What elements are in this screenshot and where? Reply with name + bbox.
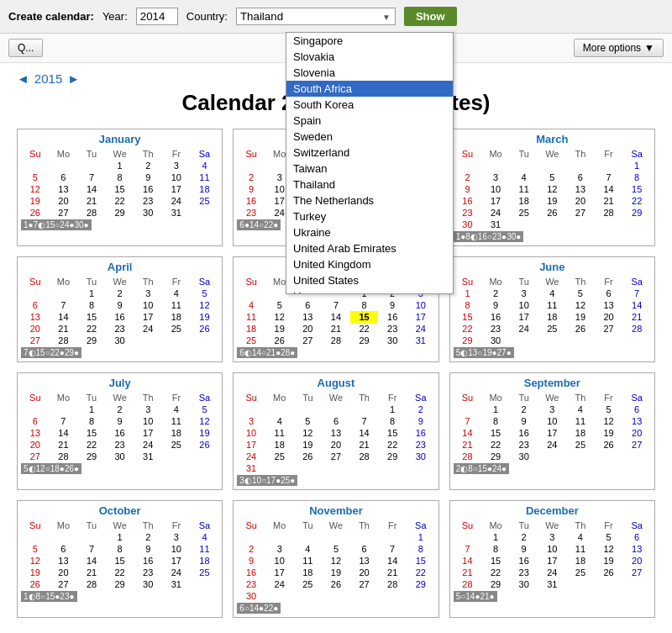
calendar-day[interactable]: 11: [191, 543, 219, 555]
calendar-day[interactable]: 24: [407, 323, 435, 335]
calendar-day[interactable]: 29: [481, 578, 510, 590]
calendar-day[interactable]: 6: [21, 299, 50, 311]
calendar-day[interactable]: 18: [265, 439, 294, 451]
calendar-day[interactable]: 23: [134, 195, 162, 207]
calendar-day[interactable]: 3: [162, 160, 191, 171]
calendar-day[interactable]: 28: [322, 335, 350, 346]
calendar-day[interactable]: 10: [407, 299, 435, 311]
calendar-day[interactable]: 17: [237, 439, 265, 451]
calendar-day[interactable]: 15: [350, 311, 379, 323]
year-input[interactable]: [136, 8, 178, 25]
calendar-day[interactable]: 6: [294, 299, 323, 311]
calendar-day[interactable]: 27: [50, 578, 78, 590]
calendar-day[interactable]: 24: [481, 207, 510, 219]
calendar-day[interactable]: 23: [481, 323, 510, 335]
calendar-day[interactable]: 12: [595, 415, 623, 427]
dropdown-item[interactable]: Sweden: [286, 129, 453, 145]
dropdown-item[interactable]: Slovenia: [286, 65, 453, 81]
calendar-day[interactable]: 30: [481, 335, 510, 346]
calendar-day[interactable]: 27: [21, 451, 50, 462]
calendar-day[interactable]: 9: [134, 543, 162, 555]
calendar-day[interactable]: 30: [106, 335, 134, 346]
calendar-day[interactable]: 16: [510, 555, 538, 567]
calendar-day[interactable]: 10: [134, 415, 162, 427]
calendar-day[interactable]: 25: [566, 439, 595, 451]
calendar-day[interactable]: 9: [510, 543, 538, 555]
calendar-day[interactable]: 4: [538, 287, 566, 299]
calendar-day[interactable]: 14: [595, 183, 623, 195]
calendar-day[interactable]: 1: [481, 404, 510, 415]
calendar-day[interactable]: 25: [162, 439, 191, 451]
calendar-day[interactable]: 25: [162, 323, 191, 335]
calendar-day[interactable]: 16: [237, 195, 265, 207]
calendar-day[interactable]: 29: [622, 207, 651, 219]
calendar-day[interactable]: 10: [162, 171, 191, 183]
calendar-day[interactable]: 12: [21, 183, 50, 195]
calendar-day[interactable]: 19: [21, 567, 50, 578]
current-year-link[interactable]: 2015: [34, 71, 62, 86]
calendar-day[interactable]: 16: [510, 427, 538, 439]
calendar-day[interactable]: 28: [350, 451, 379, 462]
calendar-day[interactable]: 30: [134, 207, 162, 219]
calendar-day[interactable]: 8: [481, 415, 510, 427]
calendar-day[interactable]: 8: [454, 299, 482, 311]
dropdown-item[interactable]: Taiwan: [286, 161, 453, 177]
calendar-day[interactable]: 14: [322, 311, 350, 323]
calendar-day[interactable]: 26: [191, 439, 219, 451]
calendar-day[interactable]: 20: [50, 567, 78, 578]
calendar-day[interactable]: 3: [134, 404, 162, 415]
calendar-day[interactable]: 20: [566, 195, 595, 207]
calendar-day[interactable]: 19: [21, 195, 50, 207]
calendar-day[interactable]: 3: [162, 531, 191, 543]
calendar-day[interactable]: 30: [106, 451, 134, 462]
calendar-day[interactable]: 8: [481, 543, 510, 555]
calendar-day[interactable]: 3: [265, 543, 294, 555]
calendar-day[interactable]: 6: [50, 171, 78, 183]
show-button[interactable]: Show: [404, 7, 457, 26]
dropdown-item[interactable]: Turkey: [286, 208, 453, 224]
calendar-day[interactable]: 21: [454, 567, 482, 578]
calendar-day[interactable]: 15: [454, 311, 482, 323]
calendar-day[interactable]: 30: [134, 578, 162, 590]
calendar-day[interactable]: 21: [378, 567, 407, 578]
calendar-day[interactable]: 7: [77, 171, 106, 183]
calendar-day[interactable]: 18: [191, 555, 219, 567]
calendar-day[interactable]: 24: [237, 451, 265, 462]
calendar-day[interactable]: 22: [481, 439, 510, 451]
calendar-day[interactable]: 8: [106, 543, 134, 555]
dropdown-scroll[interactable]: SingaporeSlovakiaSloveniaSouth AfricaSou…: [286, 33, 453, 293]
calendar-day[interactable]: 22: [378, 439, 407, 451]
calendar-day[interactable]: 7: [378, 543, 407, 555]
calendar-day[interactable]: 25: [237, 335, 265, 346]
calendar-day[interactable]: 17: [134, 427, 162, 439]
calendar-day[interactable]: 10: [134, 299, 162, 311]
calendar-day[interactable]: 1: [454, 287, 482, 299]
calendar-day[interactable]: 11: [265, 427, 294, 439]
calendar-day[interactable]: 31: [407, 335, 435, 346]
calendar-day[interactable]: 30: [407, 451, 435, 462]
calendar-day[interactable]: 15: [77, 427, 106, 439]
more-options-button[interactable]: More options ▼: [574, 39, 664, 57]
calendar-day[interactable]: 18: [294, 567, 323, 578]
calendar-day[interactable]: 2: [134, 531, 162, 543]
calendar-day[interactable]: 16: [237, 567, 265, 578]
calendar-day[interactable]: 12: [294, 427, 323, 439]
calendar-day[interactable]: 16: [106, 311, 134, 323]
calendar-day[interactable]: 27: [350, 578, 379, 590]
calendar-day[interactable]: 15: [77, 311, 106, 323]
calendar-day[interactable]: 8: [622, 171, 651, 183]
calendar-day[interactable]: 5: [595, 531, 623, 543]
calendar-day[interactable]: 19: [191, 427, 219, 439]
calendar-day[interactable]: 16: [481, 311, 510, 323]
calendar-day[interactable]: 6: [350, 543, 379, 555]
calendar-day[interactable]: 13: [50, 555, 78, 567]
calendar-day[interactable]: 14: [454, 555, 482, 567]
calendar-day[interactable]: 3: [237, 415, 265, 427]
calendar-day[interactable]: 14: [50, 427, 78, 439]
calendar-day[interactable]: 13: [21, 427, 50, 439]
calendar-day[interactable]: 14: [77, 555, 106, 567]
calendar-day[interactable]: 26: [595, 439, 623, 451]
calendar-day[interactable]: 14: [454, 427, 482, 439]
calendar-day[interactable]: 13: [622, 415, 651, 427]
calendar-day[interactable]: 31: [481, 219, 510, 230]
